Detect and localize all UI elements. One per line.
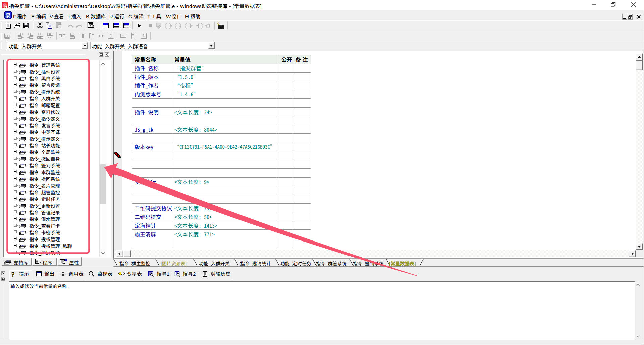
svg-text:?: ?	[11, 271, 15, 278]
